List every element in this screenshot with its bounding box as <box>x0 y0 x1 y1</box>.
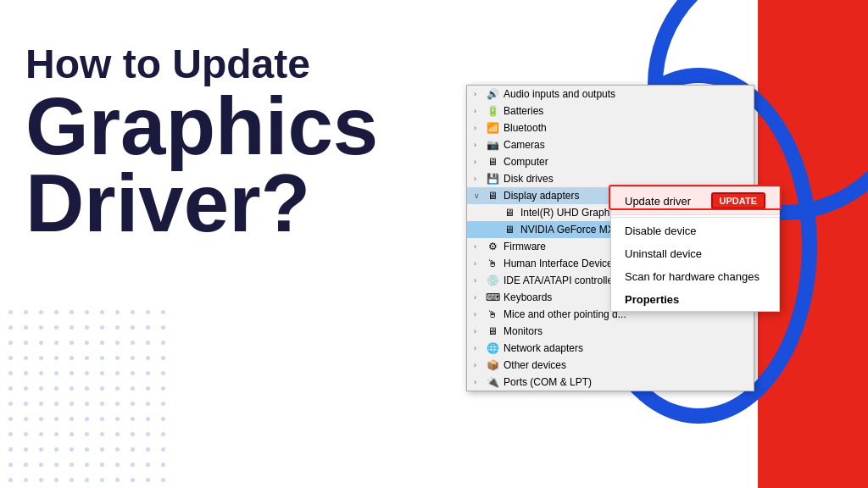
dm-item[interactable]: › 🌐 Network adapters <box>467 340 754 357</box>
dot <box>146 325 150 330</box>
dot <box>100 371 104 375</box>
dm-label: Cameras <box>504 139 545 151</box>
dot <box>24 371 28 375</box>
dm-arrow: ∨ <box>474 191 486 200</box>
dot <box>24 386 28 391</box>
dot <box>161 371 165 375</box>
dot <box>54 356 58 360</box>
dot <box>24 432 28 436</box>
dm-icon: 🔊 <box>486 87 499 101</box>
dot <box>24 447 28 452</box>
dot <box>8 325 13 330</box>
dot <box>146 310 150 314</box>
dot <box>100 310 104 314</box>
dot <box>39 417 43 421</box>
dot <box>85 432 89 436</box>
dot <box>54 463 58 467</box>
dm-item[interactable]: › 💾 Disk drives <box>467 170 754 187</box>
dot <box>39 325 43 330</box>
dot <box>100 432 104 436</box>
dm-arrow: › <box>474 158 486 166</box>
dot <box>146 341 150 345</box>
dot <box>8 478 13 482</box>
dm-icon: ⌨ <box>486 291 499 304</box>
dot <box>54 386 58 391</box>
dot <box>161 402 165 406</box>
dm-label: Disk drives <box>504 173 554 185</box>
dm-arrow: › <box>474 107 486 115</box>
dot <box>131 417 135 421</box>
dm-icon: 🖥 <box>503 223 516 236</box>
dot <box>131 478 135 482</box>
ctx-menu-item[interactable]: Update driver UPDATE <box>611 187 779 215</box>
dot <box>70 371 74 375</box>
dm-arrow: › <box>474 175 486 183</box>
dot <box>24 463 28 467</box>
dm-label: Keyboards <box>504 291 552 303</box>
dot <box>8 417 13 421</box>
ctx-menu-item[interactable]: Scan for hardware changes <box>611 265 779 288</box>
dm-label: Ports (COM & LPT) <box>504 376 592 388</box>
dm-item[interactable]: › 🔋 Batteries <box>467 103 754 119</box>
dot <box>161 325 165 330</box>
dot <box>115 417 120 421</box>
dot <box>85 356 89 360</box>
dm-arrow: › <box>474 310 486 319</box>
dot <box>131 447 135 452</box>
dm-icon: 🖥 <box>486 189 499 202</box>
dot <box>85 341 89 345</box>
dot <box>131 341 135 345</box>
dm-label: Display adapters <box>504 190 579 202</box>
dot <box>85 478 89 482</box>
dot <box>115 432 120 436</box>
dot <box>85 371 89 375</box>
dm-icon: 🔋 <box>486 104 499 118</box>
dot <box>161 432 165 436</box>
dot <box>131 325 135 330</box>
dot <box>161 341 165 345</box>
dot <box>115 463 120 467</box>
dot <box>70 386 74 391</box>
dm-item[interactable]: › 📦 Other devices <box>467 357 754 374</box>
dot <box>24 478 28 482</box>
dot <box>115 386 120 391</box>
title-line3: Driver? <box>25 164 466 241</box>
ctx-menu-item[interactable]: Disable device <box>611 219 779 242</box>
dot <box>131 310 135 314</box>
dot <box>146 463 150 467</box>
dot <box>100 402 104 406</box>
dot <box>85 310 89 314</box>
dm-item[interactable]: › 📶 Bluetooth <box>467 119 754 136</box>
ctx-menu-item[interactable]: Properties <box>611 288 779 311</box>
dot <box>85 325 89 330</box>
ctx-separator <box>611 217 779 218</box>
dot <box>54 417 58 421</box>
dm-icon: 🔌 <box>486 375 499 389</box>
dot <box>131 371 135 375</box>
dot <box>100 463 104 467</box>
dm-arrow: › <box>474 293 486 302</box>
dot <box>100 447 104 452</box>
title-line2: Graphics <box>25 87 466 164</box>
dot <box>100 478 104 482</box>
dm-arrow: › <box>474 242 486 251</box>
dot <box>115 371 120 375</box>
dot <box>115 356 120 360</box>
dm-label: Batteries <box>504 105 543 117</box>
dm-item[interactable]: › 🖥 Monitors <box>467 323 754 340</box>
dot <box>8 356 13 360</box>
dot <box>54 447 58 452</box>
dm-label: Human Interface Devices <box>504 258 618 269</box>
dm-item[interactable]: › 🔊 Audio inputs and outputs <box>467 86 754 103</box>
dot <box>115 310 120 314</box>
dot <box>54 371 58 375</box>
dm-item[interactable]: › 📷 Cameras <box>467 136 754 153</box>
title-section: How to Update Graphics Driver? <box>25 42 466 241</box>
dm-item[interactable]: › 🔌 Ports (COM & LPT) <box>467 374 754 391</box>
ctx-menu-item[interactable]: Uninstall device <box>611 242 779 265</box>
dm-item[interactable]: › 🖥 Computer <box>467 153 754 170</box>
dm-arrow: › <box>474 124 486 132</box>
dot <box>146 417 150 421</box>
dot <box>161 310 165 314</box>
dm-icon: 🖱 <box>486 308 499 321</box>
